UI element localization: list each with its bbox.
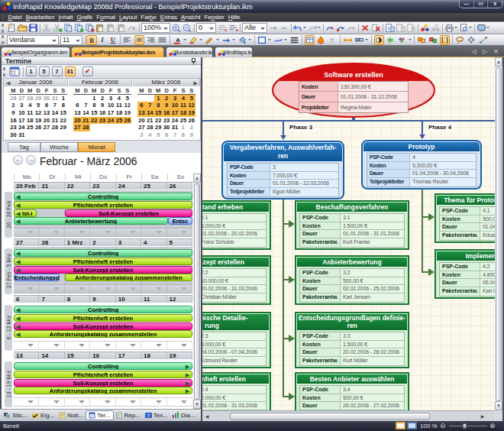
svg-text:¶: ¶ bbox=[331, 36, 334, 44]
svg-text:Software erstellen: Software erstellen bbox=[324, 71, 383, 79]
svg-text:T: T bbox=[147, 413, 150, 418]
svg-text:A: A bbox=[176, 36, 180, 43]
